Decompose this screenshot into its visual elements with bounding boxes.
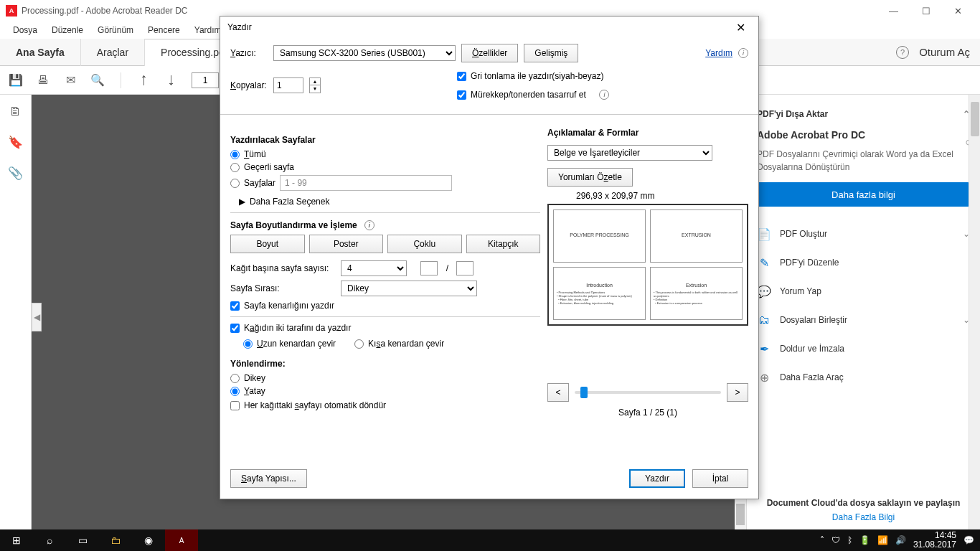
landscape-radio[interactable] (230, 387, 240, 396)
tray-chevron-icon[interactable]: ˄ (820, 535, 824, 545)
auto-rotate-checkbox[interactable] (230, 401, 240, 410)
save-ink-checkbox[interactable] (457, 90, 466, 100)
dialog-titlebar: Yazdır ✕ (220, 17, 758, 38)
fill-sign-icon: ✒ (757, 342, 771, 356)
tab-tools[interactable]: Araçlar (81, 39, 145, 66)
advanced-button[interactable]: Gelişmiş (524, 44, 578, 62)
start-button[interactable]: ⊞ (0, 529, 33, 551)
page-order-select[interactable]: Dikey (341, 281, 477, 296)
export-pdf-heading[interactable]: PDF'yi Dışa Aktar (757, 109, 828, 119)
per-sheet-label: Kağıt başına sayfa sayısı: (230, 263, 335, 273)
grayscale-checkbox[interactable] (457, 72, 466, 81)
tool-fill-sign[interactable]: ✒Doldur ve İmzala (757, 334, 970, 363)
thumbnails-icon[interactable]: 🗎 (9, 105, 22, 119)
custom-rows-input[interactable] (456, 261, 473, 276)
flip-short-radio[interactable] (354, 339, 364, 349)
preview-prev-button[interactable]: < (547, 383, 569, 402)
tool-combine[interactable]: 🗂Dosyaları Birleştir⌄ (757, 306, 970, 334)
more-options-toggle[interactable]: ▶Daha Fazla Seçenek (239, 197, 540, 207)
poster-button[interactable]: Poster (309, 235, 384, 253)
portrait-radio[interactable] (230, 374, 240, 383)
cancel-button[interactable]: İptal (692, 469, 748, 488)
close-button[interactable]: ✕ (942, 1, 974, 21)
tray-bluetooth-icon[interactable]: ᛒ (847, 535, 852, 545)
bookmark-icon[interactable]: 🔖 (8, 135, 23, 150)
acrobat-taskbar-icon[interactable]: A (165, 529, 198, 551)
preview-page: POLYMER PROCESSING (553, 209, 646, 263)
chrome-icon[interactable]: ◉ (132, 529, 165, 551)
summarize-button[interactable]: Yorumları Özetle (547, 168, 633, 187)
multiple-button[interactable]: Çoklu (387, 235, 462, 253)
print-preview: POLYMER PROCESSING EXTRUSION Introductio… (547, 204, 748, 326)
more-info-button[interactable]: Daha fazla bilgi (757, 182, 970, 207)
info-icon[interactable]: i (738, 48, 748, 58)
booklet-button[interactable]: Kitapçık (466, 235, 541, 253)
login-link[interactable]: Oturum Aç (919, 46, 970, 58)
pages-all-radio[interactable] (230, 150, 240, 159)
separator (121, 72, 121, 88)
task-view-icon[interactable]: ▭ (66, 529, 99, 551)
menu-view[interactable]: Görünüm (90, 23, 141, 37)
size-button[interactable]: Boyut (230, 235, 305, 253)
combine-icon: 🗂 (757, 313, 771, 327)
collapse-left-icon[interactable]: ◀ (32, 303, 42, 331)
window-title: Processing.pdf - Adobe Acrobat Reader DC (22, 6, 187, 16)
save-icon[interactable]: 💾 (9, 73, 23, 88)
menu-window[interactable]: Pencere (141, 23, 187, 37)
menu-edit[interactable]: Düzenle (44, 23, 90, 37)
info-icon[interactable]: i (599, 90, 609, 100)
taskbar-clock[interactable]: 14:45 31.08.2017 (913, 531, 956, 550)
page-down-icon[interactable]: ⭣ (164, 73, 179, 88)
pages-current-radio[interactable] (230, 163, 240, 172)
search-icon[interactable]: 🔍 (90, 73, 105, 88)
pages-range-input[interactable] (280, 175, 452, 191)
tray-volume-icon[interactable]: 🔊 (895, 535, 906, 545)
tool-comment[interactable]: 💬Yorum Yap (757, 277, 970, 306)
duplex-checkbox[interactable] (230, 324, 240, 333)
tray-wifi-icon[interactable]: 📶 (877, 535, 888, 545)
comments-select[interactable]: Belge ve İşaretleyiciler (547, 145, 712, 161)
tool-more-tools[interactable]: ⊕Daha Fazla Araç (757, 363, 970, 392)
dialog-close-icon[interactable]: ✕ (730, 18, 751, 37)
tool-create-pdf[interactable]: 📄PDF Oluştur⌄ (757, 220, 970, 248)
help-icon[interactable]: ? (896, 46, 909, 59)
dialog-help-link[interactable]: Yardım (705, 48, 732, 58)
file-explorer-icon[interactable]: 🗀 (99, 529, 132, 551)
cloud-more-link[interactable]: Daha Fazla Bilgi (757, 512, 970, 522)
page-border-checkbox[interactable] (230, 301, 240, 311)
print-button[interactable]: Yazdır (629, 469, 685, 488)
minimize-button[interactable]: — (877, 1, 910, 21)
left-rail: 🗎 🔖 📎 (0, 95, 32, 529)
email-icon[interactable]: ✉ (63, 73, 77, 88)
copies-input[interactable] (273, 77, 303, 93)
preview-page: Extrusion• This process is fundamental t… (650, 267, 743, 320)
page-number-input[interactable] (192, 72, 219, 88)
tray-battery-icon[interactable]: 🔋 (859, 535, 870, 545)
printer-select[interactable]: Samsung SCX-3200 Series (USB001) (273, 45, 456, 61)
flip-long-radio[interactable] (243, 339, 253, 349)
tray-defender-icon[interactable]: 🛡 (831, 535, 840, 545)
tool-edit-pdf[interactable]: ✎PDF'yi Düzenle (757, 248, 970, 277)
per-sheet-select[interactable]: 4 (341, 260, 407, 276)
cloud-message: Document Cloud'da dosya saklayın ve payl… (757, 498, 970, 512)
menu-file[interactable]: Dosya (6, 23, 44, 37)
pro-description: PDF Dosyalarını Çevrimiçi olarak Word ya… (757, 145, 970, 182)
notifications-icon[interactable]: 💬 (963, 535, 974, 545)
comments-section-title: Açıklamalar & Formlar (547, 128, 748, 138)
properties-button[interactable]: Özellikler (461, 44, 518, 62)
attachment-icon[interactable]: 📎 (8, 166, 23, 181)
copies-spinner[interactable]: ▲▼ (309, 77, 321, 93)
panel-scrollbar[interactable] (969, 95, 980, 529)
print-icon[interactable]: 🖶 (36, 73, 50, 88)
preview-slider[interactable] (575, 391, 721, 394)
tab-home[interactable]: Ana Sayfa (0, 39, 81, 66)
maximize-button[interactable]: ☐ (910, 1, 942, 21)
pages-range-radio[interactable] (230, 179, 240, 188)
page-up-icon[interactable]: ⭡ (137, 73, 151, 88)
custom-cols-input[interactable] (420, 261, 438, 276)
info-icon[interactable]: i (364, 220, 374, 230)
plus-icon: ⊕ (757, 370, 771, 385)
page-setup-button[interactable]: Sayfa Yapısı... (230, 469, 307, 488)
search-taskbar-icon[interactable]: ⌕ (33, 529, 66, 551)
preview-next-button[interactable]: > (727, 383, 748, 402)
